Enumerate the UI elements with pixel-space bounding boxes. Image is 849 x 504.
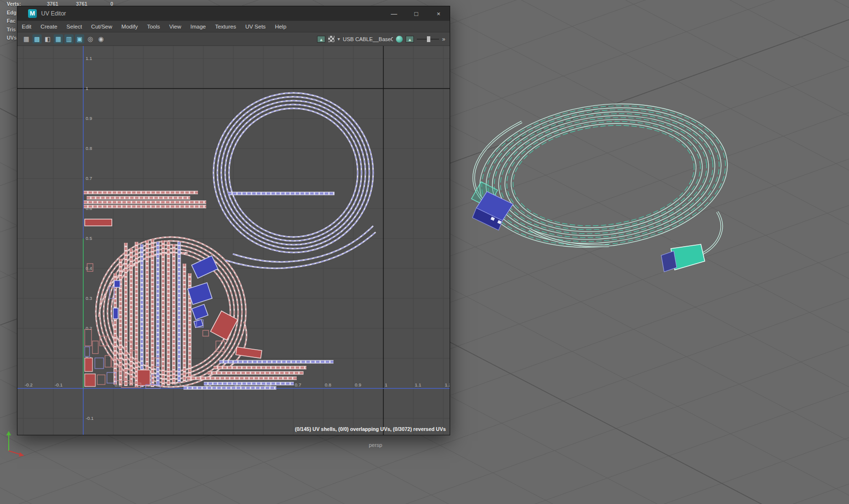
menu-select[interactable]: Select — [66, 24, 82, 30]
title-bar[interactable]: M UV Editor — □ × — [17, 6, 450, 21]
y-axis-arrow — [6, 431, 11, 435]
texture-name-dropdown[interactable]: USB CABLE__BaseColo — [343, 36, 393, 42]
menu-create[interactable]: Create — [41, 24, 58, 30]
uv-canvas-area[interactable]: 1.110.90.80.70.60.50.40.30.20.1-0.1-0.2-… — [17, 46, 450, 435]
uv-canvas[interactable]: 1.110.90.80.70.60.50.40.30.20.1-0.1-0.2-… — [17, 46, 450, 435]
uv-status-text: (0/145) UV shells, (0/0) overlapping UVs… — [295, 426, 446, 432]
uv-distortion-icon[interactable]: ◧ — [43, 34, 52, 44]
uv-snapshot-icon[interactable]: ◉ — [96, 34, 106, 44]
uv-grid — [17, 46, 450, 435]
uv-tick-label: 0.7 — [295, 382, 301, 387]
uv-tick-label: 0.5 — [86, 236, 92, 241]
uv-tick-label: 0.2 — [86, 326, 92, 331]
toolbar-left-icons: ▦▩◧▦▥▣◎◉ — [20, 34, 106, 44]
menu-help[interactable]: Help — [275, 24, 287, 30]
texture-borders-icon[interactable]: ▥ — [64, 34, 74, 44]
uv-shell-rect — [114, 281, 120, 287]
uv-shaded-display-icon[interactable]: ▩ — [32, 34, 42, 44]
uv-tick-label: 0.9 — [355, 382, 361, 387]
uv-shell-bit — [92, 341, 98, 354]
camera-label: persp — [369, 442, 382, 448]
menu-modify[interactable]: Modify — [121, 24, 138, 30]
uv-tick-label: 1.1 — [415, 382, 421, 387]
exposure-slider[interactable] — [417, 39, 439, 40]
uv-shell-bit — [85, 358, 92, 371]
image-display-icon[interactable]: ▲ — [317, 36, 325, 43]
menu-cut-sew[interactable]: Cut/Sew — [91, 24, 112, 30]
uv-shell-bit — [85, 374, 95, 386]
image-glyph: ▲ — [408, 38, 412, 42]
material-sphere-icon[interactable] — [396, 36, 403, 43]
checker-display-icon[interactable]: ▦ — [54, 34, 63, 44]
uv-tick-label: -0.1 — [55, 382, 62, 387]
shade-uvs-icon[interactable]: ◎ — [86, 34, 95, 44]
slider-handle[interactable] — [427, 36, 430, 42]
menu-tools[interactable]: Tools — [147, 24, 160, 30]
uv-tick-label: -0.1 — [86, 415, 93, 421]
uv-tick-label: 1.2 — [445, 382, 450, 387]
checker-map-icon[interactable] — [328, 36, 334, 42]
pixel-snap-icon[interactable]: ▣ — [75, 34, 84, 44]
texture-dropdown-arrow[interactable]: ▾ — [337, 36, 340, 42]
x-axis-arrow — [19, 452, 24, 457]
toolbar-right-cluster: ▲ ▾ USB CABLE__BaseColo ▲ » — [317, 36, 445, 43]
uv-tick-label: -0.2 — [25, 382, 32, 387]
uv-tick-label: 0.9 — [86, 116, 92, 121]
cable-coil-wireframe — [471, 90, 736, 261]
uv-shell-bit — [203, 330, 209, 336]
close-button[interactable]: × — [427, 6, 450, 21]
uv-shell-rect — [113, 308, 118, 319]
uv-tick-label: 1 — [385, 382, 387, 387]
uv-shell-rect — [194, 320, 203, 328]
maya-application: Verts:376137610EdgFacTrisUVs persp M UV … — [0, 0, 849, 504]
uv-shell-rect — [192, 304, 208, 320]
menu-image[interactable]: Image — [190, 24, 206, 30]
uv-shell-bit — [105, 356, 111, 367]
menu-bar: EditCreateSelectCut/SewModifyToolsViewIm… — [17, 21, 450, 32]
uv-tick-label: 0.8 — [325, 382, 331, 387]
maya-logo-icon: M — [28, 9, 37, 18]
expand-toolbar-icon[interactable]: » — [442, 36, 445, 43]
uv-tick-label: 0.4 — [86, 266, 92, 271]
menu-view[interactable]: View — [169, 24, 182, 30]
uv-tick-label: 0.7 — [86, 176, 92, 181]
uv-shell-rect — [85, 219, 112, 226]
uv-shell-bit — [97, 375, 105, 385]
minimize-button[interactable]: — — [383, 6, 405, 21]
uv-tick-label: 1 — [86, 86, 88, 91]
menu-edit[interactable]: Edit — [22, 24, 31, 30]
uv-tick-label: 0.3 — [86, 296, 92, 301]
uv-grid-icon[interactable]: ▦ — [22, 34, 31, 44]
uv-shell-rect — [192, 256, 218, 279]
window-title: UV Editor — [41, 10, 66, 17]
menu-textures[interactable]: Textures — [215, 24, 236, 30]
uv-shell-bit — [85, 347, 90, 356]
uv-shell-bit — [85, 329, 91, 346]
uv-tick-label: 1.1 — [86, 56, 92, 61]
uv-toolbar: ▦▩◧▦▥▣◎◉ ▲ ▾ USB CABLE__BaseColo ▲ » — [17, 32, 450, 46]
uv-shell-bit — [95, 358, 104, 369]
uv-editor-window: M UV Editor — □ × EditCreateSelectCut/Se… — [17, 6, 450, 435]
maximize-button[interactable]: □ — [405, 6, 427, 21]
menu-uv-sets[interactable]: UV Sets — [245, 24, 266, 30]
image-glyph: ▲ — [319, 38, 323, 42]
texture-image-icon[interactable]: ▲ — [406, 36, 414, 43]
uv-tick-label: 0.8 — [86, 146, 92, 151]
